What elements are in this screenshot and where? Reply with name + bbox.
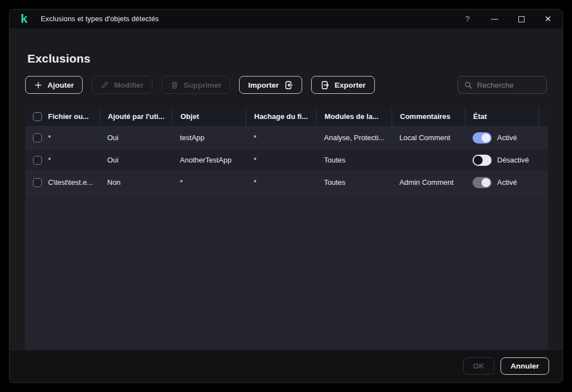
cell-state: Désactivé bbox=[465, 155, 538, 166]
cell-modules: Toutes bbox=[316, 178, 392, 187]
table-header: Fichier ou... Ajouté par l'uti... Objet … bbox=[25, 107, 548, 127]
toggle-knob bbox=[474, 156, 483, 165]
column-header-file[interactable]: Fichier ou... bbox=[48, 112, 89, 121]
table-row[interactable]: *OuiAnotherTestApp*ToutesDésactivé bbox=[25, 149, 548, 171]
add-button-label: Ajouter bbox=[47, 81, 74, 89]
cell-comment: Local Comment bbox=[392, 133, 465, 142]
footer: OK Annuler bbox=[9, 349, 563, 383]
cell-object: AnotherTestApp bbox=[172, 156, 246, 164]
minimize-icon bbox=[491, 19, 498, 20]
add-button[interactable]: Ajouter bbox=[25, 76, 83, 94]
toggle-knob bbox=[482, 178, 490, 187]
cell-file-text: * bbox=[48, 133, 51, 142]
row-checkbox[interactable] bbox=[33, 133, 42, 142]
maximize-icon bbox=[518, 16, 525, 22]
search-icon bbox=[464, 81, 473, 89]
help-button[interactable]: ? bbox=[462, 13, 473, 25]
ok-button[interactable]: OK bbox=[463, 357, 494, 375]
kaspersky-logo-icon: k bbox=[18, 13, 30, 25]
state-toggle[interactable] bbox=[473, 177, 492, 188]
column-header-state[interactable]: État bbox=[465, 107, 538, 126]
cell-modules: Toutes bbox=[316, 156, 392, 164]
maximize-button[interactable] bbox=[516, 13, 527, 25]
cell-comment: Admin Comment bbox=[392, 178, 465, 187]
column-header-comments[interactable]: Commentaires bbox=[392, 107, 465, 126]
cell-hash: * bbox=[246, 156, 316, 164]
page-title: Exclusions bbox=[27, 52, 90, 65]
delete-button[interactable]: Supprimer bbox=[161, 76, 231, 94]
search-box[interactable] bbox=[457, 76, 547, 94]
column-header-hash[interactable]: Hachage du fi... bbox=[246, 107, 316, 126]
column-header-modules[interactable]: Modules de la... bbox=[316, 107, 392, 126]
cell-hash: * bbox=[246, 178, 316, 187]
cell-file: * bbox=[25, 133, 99, 142]
main-content: Exclusions Ajouter Modifier Supprimer bbox=[9, 28, 563, 349]
table-row[interactable]: C\test\test.e...Non**ToutesAdmin Comment… bbox=[25, 171, 548, 194]
export-button[interactable]: Exporter bbox=[311, 76, 375, 94]
cell-file: C\test\test.e... bbox=[25, 178, 99, 187]
cell-modules: Analyse, Protecti... bbox=[316, 133, 392, 142]
cell-object: * bbox=[172, 178, 246, 187]
cell-file-text: * bbox=[48, 156, 51, 164]
cell-added-by-user: Oui bbox=[99, 156, 172, 164]
plus-icon bbox=[34, 81, 42, 89]
column-header-object[interactable]: Objet bbox=[172, 107, 246, 126]
toggle-knob bbox=[482, 133, 490, 142]
cell-added-by-user: Oui bbox=[99, 133, 172, 142]
import-button[interactable]: Importer bbox=[239, 76, 302, 94]
import-button-label: Importer bbox=[248, 81, 279, 89]
select-all-checkbox[interactable] bbox=[33, 112, 42, 121]
exclusions-table: Fichier ou... Ajouté par l'uti... Objet … bbox=[25, 107, 548, 350]
cell-object: testApp bbox=[172, 133, 246, 142]
column-header-filler bbox=[538, 107, 548, 126]
desktop: { "window": { "title": "Exclusions et ty… bbox=[0, 0, 572, 392]
row-checkbox[interactable] bbox=[33, 178, 42, 187]
cell-added-by-user: Non bbox=[99, 178, 172, 187]
state-toggle[interactable] bbox=[473, 155, 492, 166]
column-header-added-by-user[interactable]: Ajouté par l'uti... bbox=[99, 107, 172, 126]
window-title: Exclusions et types d'objets détectés bbox=[41, 15, 159, 23]
table-body: *OuitestApp*Analyse, Protecti...Local Co… bbox=[25, 127, 548, 194]
cell-state: Activé bbox=[465, 132, 538, 144]
state-toggle[interactable] bbox=[473, 132, 492, 144]
state-label: Activé bbox=[497, 178, 517, 187]
export-icon bbox=[320, 80, 330, 90]
edit-button[interactable]: Modifier bbox=[92, 76, 152, 94]
pencil-icon bbox=[101, 81, 109, 89]
state-label: Désactivé bbox=[497, 156, 529, 164]
export-button-label: Exporter bbox=[335, 81, 366, 89]
toolbar: Ajouter Modifier Supprimer Importer bbox=[25, 76, 547, 94]
cancel-button[interactable]: Annuler bbox=[500, 357, 549, 375]
close-button[interactable]: ✕ bbox=[542, 13, 554, 25]
close-icon: ✕ bbox=[545, 14, 552, 24]
delete-button-label: Supprimer bbox=[184, 81, 222, 89]
cell-hash: * bbox=[246, 133, 316, 142]
search-input[interactable] bbox=[477, 81, 540, 89]
titlebar: k Exclusions et types d'objets détectés … bbox=[9, 9, 563, 28]
row-checkbox[interactable] bbox=[33, 156, 42, 165]
cell-state: Activé bbox=[465, 177, 538, 188]
trash-icon bbox=[170, 81, 179, 89]
dialog-window: k Exclusions et types d'objets détectés … bbox=[9, 9, 563, 383]
minimize-button[interactable] bbox=[489, 13, 500, 25]
cell-file: * bbox=[25, 156, 99, 165]
help-icon: ? bbox=[465, 15, 470, 23]
import-icon bbox=[284, 80, 293, 90]
cell-file-text: C\test\test.e... bbox=[48, 178, 93, 187]
table-row[interactable]: *OuitestApp*Analyse, Protecti...Local Co… bbox=[25, 127, 548, 149]
state-label: Activé bbox=[497, 133, 517, 142]
window-controls: ? ✕ bbox=[446, 13, 554, 25]
edit-button-label: Modifier bbox=[114, 81, 144, 89]
